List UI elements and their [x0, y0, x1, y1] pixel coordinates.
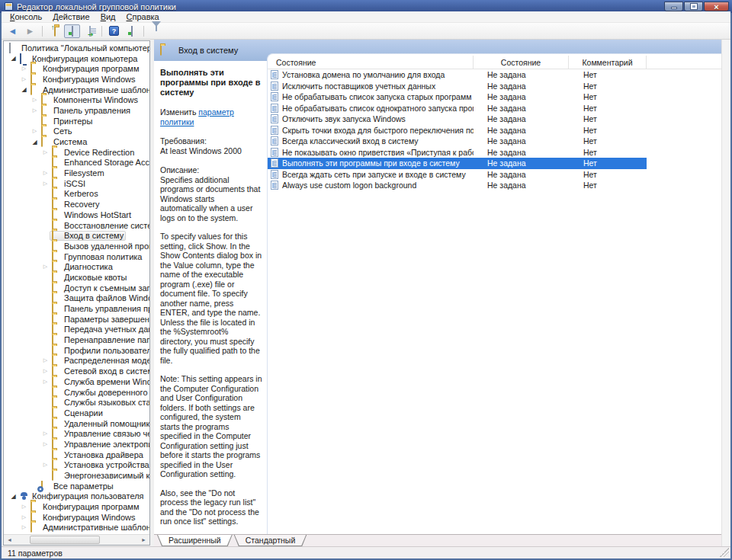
maximize-button[interactable]	[684, 2, 703, 11]
tree-item[interactable]: Все параметры	[4, 481, 149, 491]
menu-item-1[interactable]: Действие	[47, 11, 95, 22]
tree-item[interactable]: ▷Device Redirection	[4, 147, 149, 158]
menu-item-3[interactable]: Справка	[121, 11, 165, 22]
collapsed-arrow-icon[interactable]: ▷	[41, 368, 50, 374]
collapsed-arrow-icon[interactable]: ▷	[30, 97, 39, 103]
collapsed-arrow-icon[interactable]: ▷	[41, 357, 50, 363]
tree-item[interactable]: Kerberos	[4, 189, 149, 200]
column-header-name[interactable]: Состояние	[268, 56, 474, 69]
tree-item[interactable]: ◢Административные шаблоны	[4, 85, 149, 95]
back-button[interactable]: ◄	[5, 24, 21, 38]
tree-item[interactable]: ▷Конфигурация Windows	[4, 74, 149, 85]
filter-button[interactable]	[148, 24, 164, 38]
scrollbar-thumb[interactable]	[30, 536, 100, 544]
expanded-arrow-icon[interactable]: ◢	[9, 55, 18, 62]
collapsed-arrow-icon[interactable]: ▷	[20, 514, 28, 520]
close-button[interactable]: ×	[704, 2, 729, 11]
setting-row[interactable]: Отключить звук запуска WindowsНе заданаН…	[268, 114, 721, 125]
collapsed-arrow-icon[interactable]: ▷	[20, 76, 28, 82]
tree-item[interactable]: Параметры завершения работы	[4, 314, 149, 325]
tab-extended-view[interactable]: Расширенный	[157, 535, 233, 546]
tree-horizontal-scrollbar[interactable]: ◄ ►	[4, 534, 149, 545]
collapsed-arrow-icon[interactable]: ▷	[41, 430, 50, 437]
collapsed-arrow-icon[interactable]: ▷	[41, 441, 50, 447]
collapsed-arrow-icon[interactable]: ▷	[41, 149, 50, 155]
scroll-left-icon[interactable]: ◄	[4, 536, 15, 545]
tree-item[interactable]: ▷Сетевой вход в систему	[4, 366, 149, 376]
tree-item[interactable]: Панель управления производительностью	[4, 303, 149, 314]
tree-item[interactable]: Recovery	[4, 199, 149, 210]
collapsed-arrow-icon[interactable]: ▷	[20, 66, 28, 72]
tree-item[interactable]: ◢Конфигурация компьютера	[4, 53, 149, 64]
setting-row[interactable]: Скрыть точки входа для быстрого переключ…	[268, 125, 721, 136]
tree-item[interactable]: ▷iSCSI	[4, 178, 149, 189]
collapsed-arrow-icon[interactable]: ▷	[41, 462, 50, 468]
setting-row[interactable]: Установка домена по умолчанию для входаН…	[268, 69, 721, 81]
column-header-comment[interactable]: Комментарий	[569, 56, 647, 69]
forward-button[interactable]: ►	[22, 24, 38, 38]
tree-item[interactable]: Сценарии	[4, 408, 149, 418]
collapsed-arrow-icon[interactable]: ▷	[30, 107, 39, 114]
tree-item[interactable]: ▷Установка устройства	[4, 460, 149, 471]
setting-row[interactable]: Всегда ждать сеть при запуске и входе в …	[268, 169, 721, 181]
setting-row[interactable]: Не обрабатывать список однократного запу…	[268, 103, 721, 114]
tree-item[interactable]: ▷Управление связью через Интернет	[4, 428, 149, 439]
tree-item[interactable]: ▷Распределенная модель COM	[4, 356, 149, 366]
tree-item[interactable]: ▷Компоненты Windows	[4, 94, 149, 105]
tree-item[interactable]: ◢Конфигурация пользователя	[4, 491, 149, 502]
setting-row[interactable]: Не обрабатывать список запуска старых пр…	[268, 91, 721, 103]
tree-item[interactable]: ▷Управление электропитанием	[4, 439, 149, 450]
show-window-button[interactable]	[124, 24, 140, 38]
tree-item[interactable]: Передача учетных данных	[4, 325, 149, 335]
tree-item[interactable]: Доступ к съемным запоминающим устройства…	[4, 283, 149, 293]
tree-item[interactable]: ◢Система	[4, 136, 149, 147]
column-header-state[interactable]: Состояние	[474, 56, 569, 69]
collapsed-arrow-icon[interactable]: ▷	[30, 128, 39, 134]
setting-row[interactable]: Always use custom logon backgroundНе зад…	[268, 180, 721, 191]
expanded-arrow-icon[interactable]: ◢	[9, 493, 18, 500]
export-list-button[interactable]	[82, 24, 98, 38]
tree-item[interactable]: Удаленный помощник	[4, 418, 149, 429]
up-one-level-button[interactable]	[47, 24, 63, 38]
minimize-button[interactable]	[664, 2, 683, 11]
setting-row[interactable]: Выполнять эти программы при входе в сист…	[268, 158, 647, 169]
setting-row[interactable]: Исключить поставщиков учетных данныхНе з…	[268, 81, 721, 92]
tree-item[interactable]: Защита файлов Windows	[4, 293, 149, 304]
tree-item[interactable]: Установка драйвера	[4, 450, 149, 460]
tree-item[interactable]: Службы языковых стандартов	[4, 397, 149, 408]
tree-item[interactable]: Enhanced Storage Access	[4, 158, 149, 168]
tree-item[interactable]: Windows HotStart	[4, 210, 149, 220]
resize-grip-icon[interactable]	[720, 548, 729, 557]
tree-item[interactable]: Энергонезависимый кэш диска	[4, 470, 149, 481]
tree-item[interactable]: Службы доверенного платформенного модуля	[4, 387, 149, 398]
collapsed-arrow-icon[interactable]: ▷	[20, 504, 28, 510]
menu-item-2[interactable]: Вид	[95, 11, 121, 22]
collapsed-arrow-icon[interactable]: ▷	[20, 524, 28, 530]
tab-standard-view[interactable]: Стандартный	[234, 535, 307, 546]
tree-item[interactable]: ▷Сеть	[4, 126, 149, 137]
expanded-arrow-icon[interactable]: ◢	[20, 86, 28, 93]
tree-item[interactable]: ▷Служба времени Windows	[4, 376, 149, 387]
scroll-right-icon[interactable]: ►	[138, 536, 149, 545]
collapsed-arrow-icon[interactable]: ▷	[41, 170, 50, 176]
tree-item[interactable]: ▷Диагностика	[4, 261, 149, 272]
collapsed-arrow-icon[interactable]: ▷	[41, 379, 50, 385]
tree-item[interactable]: ▷Конфигурация Windows	[4, 512, 149, 523]
tree-item[interactable]: Принтеры	[4, 116, 149, 126]
tree-item[interactable]: Групповая политика	[4, 251, 149, 262]
tree-item[interactable]: Вызов удаленной процедуры	[4, 241, 149, 251]
tree-item[interactable]: Перенаправление папки	[4, 334, 149, 345]
tree-item[interactable]: Политика "Локальный компьютер"	[4, 43, 149, 53]
menu-item-0[interactable]: Консоль	[5, 11, 47, 22]
tree-item[interactable]: ▷Панель управления	[4, 105, 149, 116]
tree-item[interactable]: Восстановление системы	[4, 220, 149, 231]
show-console-tree-button[interactable]	[64, 24, 80, 38]
setting-row[interactable]: Всегда классический вход в системуНе зад…	[268, 136, 721, 147]
collapsed-arrow-icon[interactable]: ▷	[41, 181, 50, 187]
setting-row[interactable]: Не показывать окно приветствия «Приступа…	[268, 147, 721, 158]
tree-item[interactable]: Дисковые квоты	[4, 272, 149, 283]
tree-item[interactable]: Профили пользователей	[4, 345, 149, 356]
expanded-arrow-icon[interactable]: ◢	[30, 139, 39, 146]
tree-item[interactable]: ▷Конфигурация программ	[4, 501, 149, 512]
tree-item[interactable]: ▷Filesystem	[4, 168, 149, 178]
